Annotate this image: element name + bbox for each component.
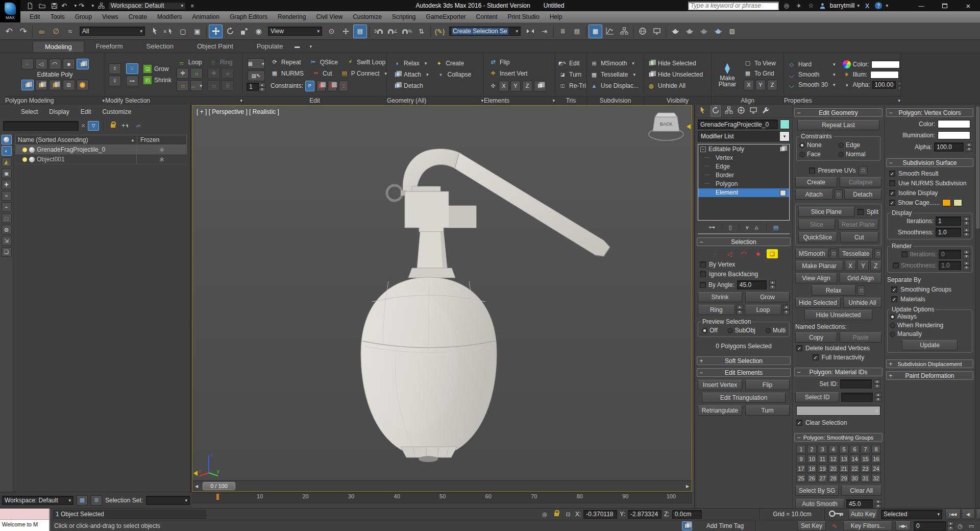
ribbon-tab-object-paint[interactable]: Object Paint (185, 41, 245, 52)
workspace-menu-icon[interactable]: ≡ (188, 1, 197, 10)
render-setup-icon[interactable] (635, 25, 649, 38)
rollout-vertex-colors-header[interactable]: −Polygon: Vertex Colors (886, 108, 973, 117)
full-interactivity-checkbox[interactable] (813, 354, 819, 360)
attach-settings-button[interactable]: □ (835, 189, 843, 200)
expand-minus-icon[interactable]: − (700, 147, 706, 152)
menu-item[interactable]: Help (545, 12, 568, 21)
configure-modifier-sets-icon[interactable]: ▤ (773, 224, 778, 231)
explorer-menu-item[interactable]: Edit (75, 107, 97, 116)
open-file-icon[interactable] (37, 1, 47, 11)
tab-modify-icon[interactable] (710, 105, 721, 117)
mirror-icon[interactable] (523, 25, 537, 38)
scrollbar-thumb[interactable] (976, 106, 979, 229)
smoothing-group-button[interactable]: 1 (796, 445, 806, 453)
cage-selected-color-swatch[interactable] (953, 199, 962, 206)
retriangulate-button[interactable]: Retriangulate (698, 405, 742, 416)
explorer-menu-item[interactable]: Display (43, 107, 75, 116)
collapse-geo-button[interactable]: Collapse (840, 177, 881, 187)
hide-unselected-geo-button[interactable]: Hide Unselected (804, 310, 872, 320)
preview-off-radio[interactable]: Off (702, 327, 718, 334)
loop-selection-button[interactable]: Loop (745, 305, 782, 315)
object-name-field[interactable]: GrenadeFragProjectile_0 (698, 119, 778, 129)
app-logo-button[interactable]: MAX (0, 0, 20, 22)
command-panel-scrollbar[interactable] (975, 105, 980, 508)
unhide-all-geo-button[interactable]: Unhide All (843, 298, 881, 308)
shrink-selection-button[interactable]: Shrink (698, 292, 742, 302)
cut-button[interactable]: ✂Cut (312, 69, 332, 78)
paste-button[interactable]: Paste (840, 332, 881, 343)
select-and-rotate-icon[interactable] (223, 25, 237, 38)
hard-edges-button[interactable]: ◇Hard (788, 60, 836, 68)
separate-smoothing-groups-checkbox[interactable] (891, 286, 897, 293)
time-slider-left-icon[interactable]: ◀ (192, 481, 201, 491)
undo-toolbar-icon[interactable]: ↶ (2, 25, 16, 38)
ribbon-tab-freeform[interactable]: Freeform (84, 41, 135, 52)
stack-subobject-item[interactable]: Vertex (698, 154, 789, 162)
menu-item[interactable]: Civil View (311, 12, 348, 21)
edge-subobject-icon[interactable]: ◁ (724, 249, 735, 258)
display-shapes-icon[interactable]: ◐ (2, 146, 12, 156)
select-children-icon[interactable]: ▱ (133, 120, 143, 131)
make-planar-button[interactable]: ⧫ Make Planar (715, 62, 740, 87)
rollout-subdivision-surface-header[interactable]: −Subdivision Surface (886, 158, 973, 167)
tessellate-button[interactable]: ▦Tessellate (590, 70, 635, 79)
scene-explorer-small-icon[interactable]: ▦ (77, 495, 88, 505)
by-angle-checkbox[interactable] (700, 282, 706, 288)
msmooth-button[interactable]: ⊞MSmooth (590, 59, 634, 67)
exchange-apps-icon[interactable]: X (863, 1, 872, 10)
edit-named-selection-sets-icon[interactable]: {✎} (433, 25, 447, 38)
show-cage-checkbox[interactable] (889, 200, 895, 206)
select-and-move-icon[interactable] (209, 25, 223, 38)
relax-settings-button[interactable]: □ (857, 285, 865, 296)
open-gallery-icon[interactable]: ▨ (725, 25, 739, 38)
nurms-toggle-icon[interactable] (77, 80, 89, 90)
rollout-edit-elements-header[interactable]: −Edit Elements (697, 368, 791, 377)
isoline-display-checkbox[interactable] (889, 190, 895, 196)
search-icon[interactable]: ◎ (782, 1, 791, 10)
polygon-subobject-icon[interactable]: ■ (752, 249, 764, 258)
clear-all-button[interactable]: Clear All (841, 486, 881, 496)
relax-button[interactable]: ◖Relax (393, 59, 427, 67)
tab-display-icon[interactable] (749, 106, 757, 116)
element-subobject-icon[interactable]: ❑ (767, 249, 778, 258)
workspace-selector[interactable]: Workspace: Default (108, 2, 186, 10)
workspace-bottom-selector[interactable]: Workspace: Default (2, 496, 74, 505)
qslice-button[interactable]: ✂QSlice (309, 58, 338, 66)
vertex-mode-icon[interactable]: ∴ (21, 59, 34, 69)
pan-view-icon[interactable]: ✋︎ (977, 521, 980, 531)
select-and-place-icon[interactable]: ◉ (252, 25, 265, 38)
menu-item[interactable]: Group (70, 12, 97, 21)
tris-turn-button[interactable]: ◪Turn (558, 70, 581, 79)
edit-count-spinner[interactable]: ▲▼ (259, 83, 265, 91)
named-selection-sets-dropdown[interactable]: Create Selection Se (449, 27, 521, 36)
clear-selection-checkbox[interactable] (796, 420, 802, 426)
remove-modifier-icon[interactable]: 🜂︎ (754, 224, 760, 230)
display-helpers-icon[interactable]: ✚ (2, 180, 12, 189)
stack-root-item[interactable]: − Editable Poly (698, 144, 789, 154)
viewport[interactable]: [ + ] [ Perspective ] [ Realistic ] BACK… (192, 105, 692, 492)
constraint-face-icon[interactable] (328, 81, 337, 91)
maxscript-mini-listener[interactable]: Welcome to M (0, 509, 50, 531)
hide-selected-geo-button[interactable]: Hide Selected (795, 298, 841, 308)
stack-subobject-item[interactable]: Edge (698, 162, 789, 171)
smoothing-group-button[interactable]: 25 (796, 474, 806, 482)
render-in-cloud-icon[interactable] (711, 25, 725, 38)
frozen-snowflake-icon[interactable]: ∗ (159, 145, 165, 154)
visibility-bulb-icon[interactable] (22, 148, 27, 152)
go-to-start-button[interactable]: |◀◀ (945, 510, 961, 519)
coord-x-field[interactable]: -0.370118 (583, 510, 617, 519)
slice-plane-button[interactable]: Slice Plane (798, 207, 854, 217)
vc-alpha-field[interactable]: 100.0 (934, 142, 964, 152)
element-z-button[interactable]: Z (522, 81, 532, 91)
viewport-label[interactable]: [ + ] [ Perspective ] [ Realistic ] (197, 108, 279, 115)
go-to-frame-button[interactable]: |◀▶| (895, 521, 911, 531)
hide-unselected-button[interactable]: Hide Unselected (647, 70, 703, 79)
isolate-selection-icon[interactable]: ◎ (540, 510, 549, 519)
collapse-button[interactable]: ⩔Collapse (437, 70, 472, 79)
vertex-subobject-icon[interactable]: ∴ (709, 249, 721, 258)
smoothing-group-button[interactable]: 28 (828, 474, 838, 482)
modifier-list-dropdown[interactable]: Modifier List ▾ (698, 131, 790, 141)
display-xref-icon[interactable]: ⇲ (2, 236, 12, 246)
time-slider-handle[interactable]: 0 / 100 (203, 482, 235, 490)
grow-button[interactable]: ◲Grow (143, 65, 172, 73)
